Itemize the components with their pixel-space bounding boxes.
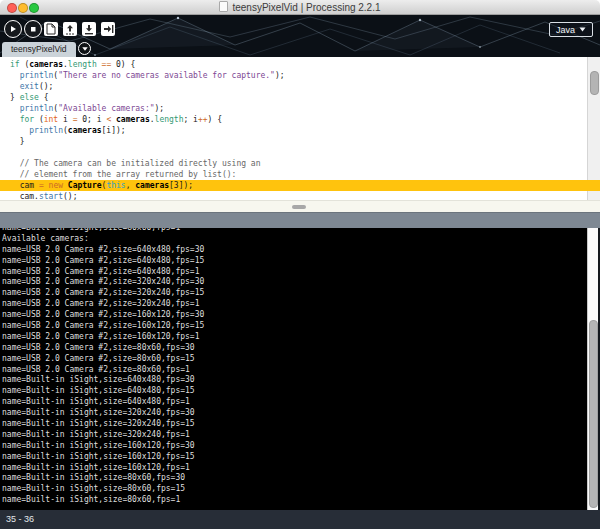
console-line: name=USB 2.0 Camera #2,size=160x120,fps=… bbox=[2, 332, 600, 343]
console-scrollbar[interactable] bbox=[587, 228, 600, 510]
console-line: name=Built-in iSight,size=160x120,fps=1 bbox=[2, 463, 600, 474]
editor-area[interactable]: if (cameras.length == 0) { println("Ther… bbox=[0, 57, 600, 200]
console-line: Available cameras: bbox=[2, 234, 600, 245]
editor-scrollbar-thumb[interactable] bbox=[590, 71, 599, 95]
save-icon bbox=[84, 24, 94, 35]
status-line-numbers: 35 - 36 bbox=[6, 514, 34, 524]
code-line: println(cameras[i]); bbox=[0, 125, 600, 136]
chevron-down-icon bbox=[579, 27, 586, 32]
titlebar: teensyPixelVid | Processing 2.2.1 bbox=[0, 0, 600, 15]
console-line: name=Built-in iSight,size=160x120,fps=30 bbox=[2, 441, 600, 452]
code-line: if (cameras.length == 0) { bbox=[0, 59, 600, 70]
console-line: name=USB 2.0 Camera #2,size=160x120,fps=… bbox=[2, 310, 600, 321]
export-button[interactable] bbox=[101, 22, 115, 36]
status-bar: 35 - 36 bbox=[0, 510, 600, 529]
console-line: name=Built-in iSight,size=320x240,fps=30 bbox=[2, 408, 600, 419]
console-line: name=Built-in iSight,size=320x240,fps=15 bbox=[2, 419, 600, 430]
console-area: name=Built-in iSight,size=80x60,fps=1Ava… bbox=[0, 228, 600, 510]
console-line: name=Built-in iSight,size=80x60,fps=15 bbox=[2, 484, 600, 495]
code-line: } bbox=[0, 136, 600, 147]
console-lines: name=Built-in iSight,size=80x60,fps=1Ava… bbox=[0, 228, 600, 506]
console-line: name=Built-in iSight,size=320x240,fps=1 bbox=[2, 430, 600, 441]
console-line: name=Built-in iSight,size=640x480,fps=30 bbox=[2, 375, 600, 386]
save-button[interactable] bbox=[82, 22, 96, 36]
stop-button[interactable] bbox=[24, 20, 42, 38]
run-button[interactable] bbox=[4, 20, 22, 38]
open-icon bbox=[65, 24, 75, 35]
code-line: for (int i = 0; i < cameras.length; i++)… bbox=[0, 114, 600, 125]
console-line: name=USB 2.0 Camera #2,size=320x240,fps=… bbox=[2, 277, 600, 288]
code-line: cam.start(); bbox=[0, 191, 600, 200]
code-line: cam = new Capture(this, cameras[3]); bbox=[0, 180, 600, 191]
stop-icon bbox=[28, 24, 38, 34]
console-line: name=USB 2.0 Camera #2,size=160x120,fps=… bbox=[2, 321, 600, 332]
horizontal-scrollbar-thumb[interactable] bbox=[292, 205, 306, 209]
tab-label: teensyPixelVid bbox=[11, 44, 67, 54]
open-button[interactable] bbox=[63, 22, 77, 36]
console-line: name=Built-in iSight,size=160x120,fps=15 bbox=[2, 452, 600, 463]
console-line: name=USB 2.0 Camera #2,size=320x240,fps=… bbox=[2, 299, 600, 310]
document-icon bbox=[219, 1, 228, 12]
window-title: teensyPixelVid | Processing 2.2.1 bbox=[0, 1, 600, 13]
console-line: name=USB 2.0 Camera #2,size=80x60,fps=1 bbox=[2, 365, 600, 376]
export-icon bbox=[103, 24, 114, 34]
editor-console-splitter[interactable] bbox=[0, 212, 600, 229]
code-line: } else { bbox=[0, 92, 600, 103]
console-line: name=Built-in iSight,size=80x60,fps=1 bbox=[2, 495, 600, 506]
tab-menu-button[interactable] bbox=[78, 42, 91, 55]
console-line: name=USB 2.0 Camera #2,size=320x240,fps=… bbox=[2, 288, 600, 299]
processing-ide-window: teensyPixelVid | Processing 2.2.1 bbox=[0, 0, 600, 529]
console-line: name=USB 2.0 Camera #2,size=640x480,fps=… bbox=[2, 245, 600, 256]
sketch-tab[interactable]: teensyPixelVid bbox=[2, 42, 76, 57]
code-line: println("Available cameras:"); bbox=[0, 103, 600, 114]
play-icon bbox=[8, 24, 18, 34]
mode-label: Java bbox=[556, 25, 575, 35]
code-lines: if (cameras.length == 0) { println("Ther… bbox=[0, 57, 600, 200]
code-line: // element from the array returned by li… bbox=[0, 169, 600, 180]
console-line: name=Built-in iSight,size=80x60,fps=30 bbox=[2, 473, 600, 484]
new-file-icon bbox=[46, 23, 56, 35]
toolbar: Java teensyPixelVid bbox=[0, 15, 600, 57]
code-line: exit(); bbox=[0, 81, 600, 92]
console-line: name=USB 2.0 Camera #2,size=640x480,fps=… bbox=[2, 256, 600, 267]
console-line: name=USB 2.0 Camera #2,size=80x60,fps=30 bbox=[2, 343, 600, 354]
console-line: name=Built-in iSight,size=640x480,fps=15 bbox=[2, 386, 600, 397]
new-sketch-button[interactable] bbox=[44, 22, 58, 36]
highlight-marker bbox=[587, 180, 600, 191]
mode-dropdown[interactable]: Java bbox=[549, 22, 593, 37]
code-line: println("There are no cameras available … bbox=[0, 70, 600, 81]
editor-scrollbar[interactable] bbox=[587, 57, 600, 200]
console-scrollbar-thumb[interactable] bbox=[589, 320, 598, 508]
console-line: name=Built-in iSight,size=640x480,fps=1 bbox=[2, 397, 600, 408]
chevron-down-icon bbox=[82, 47, 88, 51]
code-line: // The camera can be initialized directl… bbox=[0, 158, 600, 169]
console-line: name=USB 2.0 Camera #2,size=80x60,fps=15 bbox=[2, 354, 600, 365]
code-line bbox=[0, 147, 600, 158]
console-line: name=USB 2.0 Camera #2,size=640x480,fps=… bbox=[2, 267, 600, 278]
